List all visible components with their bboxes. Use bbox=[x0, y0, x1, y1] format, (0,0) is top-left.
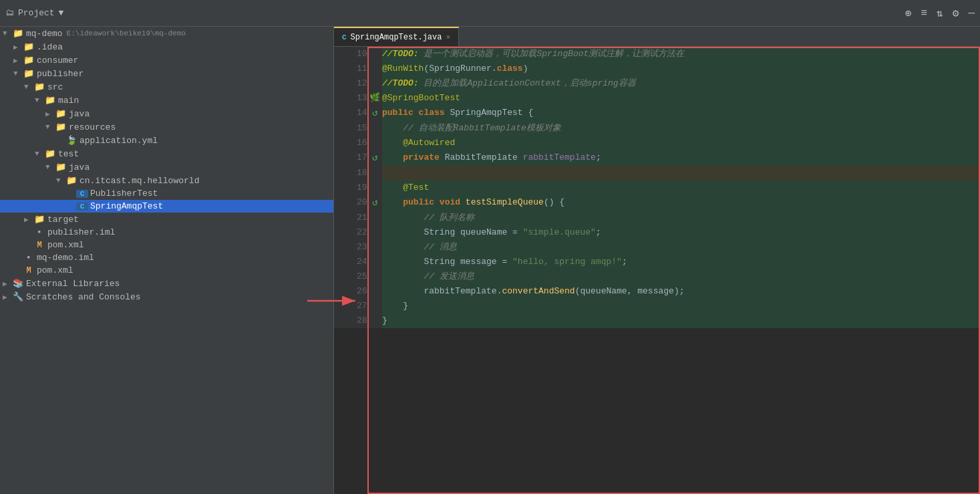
tree-label-3: publisher bbox=[37, 69, 84, 79]
code-row-18: 18 bbox=[334, 166, 980, 180]
code-row-27: 27 } bbox=[334, 299, 980, 314]
code-line-22: String queueName = "simple.queue"; bbox=[382, 225, 980, 240]
tree-label-15: publisher.iml bbox=[47, 227, 115, 237]
code-line-26: rabbitTemplate.convertAndSend(queueName,… bbox=[382, 284, 980, 299]
tree-arrow-3: ▼ bbox=[13, 70, 23, 78]
line-number-14: 14 bbox=[334, 106, 367, 121]
tree-item-10[interactable]: ▼📁java bbox=[0, 160, 333, 174]
tree-icon-15: ▪ bbox=[33, 227, 45, 237]
sort-icon[interactable]: ⇅ bbox=[937, 7, 943, 20]
tree-item-12[interactable]: CPublisherTest bbox=[0, 187, 333, 200]
tree-icon-18: M bbox=[23, 266, 35, 275]
line-number-11: 11 bbox=[334, 61, 367, 76]
tab-springamqptest[interactable]: C SpringAmqpTest.java × bbox=[334, 27, 459, 46]
tree-arrow-11: ▼ bbox=[56, 176, 65, 184]
code-line-25: // 发送消息 bbox=[382, 269, 980, 284]
tab-icon: C bbox=[342, 33, 347, 41]
code-container[interactable]: 10//TODO: 是一个测试启动器，可以加载SpringBoot测试注解，让测… bbox=[334, 47, 980, 494]
tree-item-7[interactable]: ▼📁resources bbox=[0, 120, 333, 134]
tree-item-1[interactable]: ▶📁.idea bbox=[0, 40, 333, 53]
tree-arrow-7: ▼ bbox=[45, 123, 55, 131]
code-line-13: @SpringBootTest bbox=[382, 91, 980, 106]
tree-icon-10: 📁 bbox=[55, 162, 67, 172]
line-gutter-11 bbox=[367, 61, 382, 76]
toolbar-title: 🗂 Project ▼ bbox=[5, 8, 63, 18]
line-number-20: 20 bbox=[334, 195, 367, 211]
line-number-25: 25 bbox=[334, 269, 367, 284]
code-line-14: public class SpringAmqpTest { bbox=[382, 106, 980, 121]
tree-item-17[interactable]: ▪mq-demo.iml bbox=[0, 251, 333, 264]
tree-icon-3: 📁 bbox=[23, 68, 35, 79]
tab-close[interactable]: × bbox=[446, 33, 450, 41]
code-row-14: 14↺public class SpringAmqpTest { bbox=[334, 106, 980, 121]
tree-item-14[interactable]: ▶📁target bbox=[0, 213, 333, 226]
tree-item-13[interactable]: CSpringAmqpTest bbox=[0, 200, 333, 213]
code-line-27: } bbox=[382, 299, 980, 314]
tree-item-3[interactable]: ▼📁publisher bbox=[0, 67, 333, 80]
tree-label-12: PublisherTest bbox=[90, 189, 158, 199]
tree-arrow-9: ▼ bbox=[35, 150, 44, 158]
code-row-23: 23 // 消息 bbox=[334, 240, 980, 255]
tree-label-9: test bbox=[58, 149, 79, 159]
line-number-18: 18 bbox=[334, 166, 367, 180]
line-gutter-15 bbox=[367, 121, 382, 136]
tree-label-14: target bbox=[47, 215, 79, 225]
minimize-icon[interactable]: — bbox=[968, 7, 975, 19]
tree-icon-20: 🔧 bbox=[12, 291, 24, 302]
line-gutter-21 bbox=[367, 211, 382, 225]
tree-item-20[interactable]: ▶🔧Scratches and Consoles bbox=[0, 290, 333, 303]
line-gutter-22 bbox=[367, 225, 382, 240]
editor-wrapper: 10//TODO: 是一个测试启动器，可以加载SpringBoot测试注解，让测… bbox=[334, 47, 980, 494]
line-gutter-10 bbox=[367, 47, 382, 61]
tree-label-18: pom.xml bbox=[37, 265, 73, 275]
tree-icon-11: 📁 bbox=[65, 175, 77, 186]
tree-icon-2: 📁 bbox=[23, 55, 35, 66]
code-row-20: 20↺ public void testSimpleQueue() { bbox=[334, 195, 980, 211]
settings-icon[interactable]: ⚙ bbox=[953, 7, 959, 20]
code-row-16: 16 @Autowired bbox=[334, 136, 980, 150]
tree-item-9[interactable]: ▼📁test bbox=[0, 147, 333, 160]
tree-item-16[interactable]: Mpom.xml bbox=[0, 239, 333, 251]
tree-arrow-10: ▼ bbox=[45, 163, 55, 171]
tree-arrow-1: ▶ bbox=[13, 43, 23, 51]
line-gutter-26 bbox=[367, 284, 382, 299]
tree-arrow-19: ▶ bbox=[3, 279, 12, 288]
tree-label-8: application.yml bbox=[79, 136, 158, 146]
line-number-23: 23 bbox=[334, 240, 367, 255]
code-row-26: 26 rabbitTemplate.convertAndSend(queueNa… bbox=[334, 284, 980, 299]
tree-icon-12: C bbox=[76, 190, 88, 198]
project-chevron[interactable]: ▼ bbox=[59, 8, 64, 18]
toolbar: 🗂 Project ▼ ⊕ ≡ ⇅ ⚙ — bbox=[0, 0, 980, 27]
line-gutter-20: ↺ bbox=[367, 195, 382, 211]
tree-arrow-14: ▶ bbox=[24, 215, 33, 224]
tree-item-5[interactable]: ▼📁main bbox=[0, 94, 333, 107]
tree-item-4[interactable]: ▼📁src bbox=[0, 80, 333, 94]
line-number-28: 28 bbox=[334, 314, 367, 328]
line-number-21: 21 bbox=[334, 211, 367, 225]
line-number-24: 24 bbox=[334, 255, 367, 269]
line-gutter-17: ↺ bbox=[367, 150, 382, 166]
tree-item-11[interactable]: ▼📁cn.itcast.mq.helloworld bbox=[0, 174, 333, 187]
list-icon[interactable]: ≡ bbox=[921, 7, 928, 19]
tree-label-7: resources bbox=[69, 122, 116, 132]
code-row-13: 13🌿@SpringBootTest bbox=[334, 91, 980, 106]
tree-label-2: consumer bbox=[37, 55, 78, 66]
tree-item-15[interactable]: ▪publisher.iml bbox=[0, 226, 333, 239]
line-number-19: 19 bbox=[334, 180, 367, 195]
tree-label-17: mq-demo.iml bbox=[37, 253, 94, 263]
code-line-15: // 自动装配RabbitTemplate模板对象 bbox=[382, 121, 980, 136]
tree-item-6[interactable]: ▶📁java bbox=[0, 107, 333, 120]
tree-icon-5: 📁 bbox=[44, 95, 56, 106]
tree-icon-13: C bbox=[76, 203, 88, 211]
code-line-28: } bbox=[382, 314, 980, 328]
tree-item-18[interactable]: Mpom.xml bbox=[0, 264, 333, 277]
tree-icon-0: 📁 bbox=[12, 28, 24, 39]
tree-item-2[interactable]: ▶📁consumer bbox=[0, 53, 333, 67]
code-row-28: 28} bbox=[334, 314, 980, 328]
tree-arrow-4: ▼ bbox=[24, 83, 33, 91]
add-icon[interactable]: ⊕ bbox=[905, 7, 912, 20]
tree-item-8[interactable]: 🍃application.yml bbox=[0, 134, 333, 147]
tree-item-0[interactable]: ▼📁mq-demoE:\ideawork\beike19\mq-demo bbox=[0, 27, 333, 40]
line-gutter-12 bbox=[367, 76, 382, 91]
tree-item-19[interactable]: ▶📚External Libraries bbox=[0, 277, 333, 290]
